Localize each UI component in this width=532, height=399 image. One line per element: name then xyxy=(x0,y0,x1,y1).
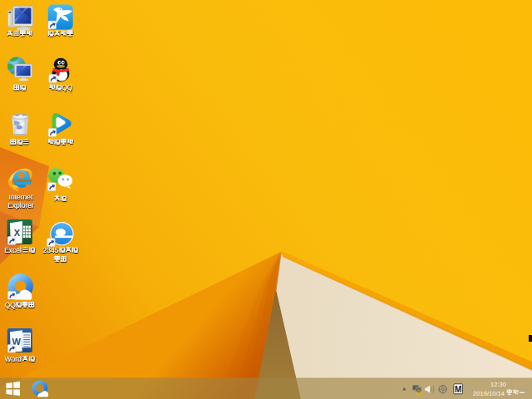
svg-text:M: M xyxy=(455,385,461,394)
svg-text:Internet: Internet xyxy=(9,193,33,201)
svg-text:2019/10/14: 2019/10/14 xyxy=(473,390,505,397)
svg-text:QQ: QQ xyxy=(62,83,73,91)
svg-text:Word: Word xyxy=(5,355,22,363)
svg-text:Excel: Excel xyxy=(4,246,22,254)
svg-text:Explorer: Explorer xyxy=(7,201,34,209)
svg-text:2345: 2345 xyxy=(43,246,59,254)
svg-text:12:30: 12:30 xyxy=(490,381,506,388)
svg-text:X: X xyxy=(14,228,21,238)
svg-text:QQ: QQ xyxy=(5,301,17,309)
